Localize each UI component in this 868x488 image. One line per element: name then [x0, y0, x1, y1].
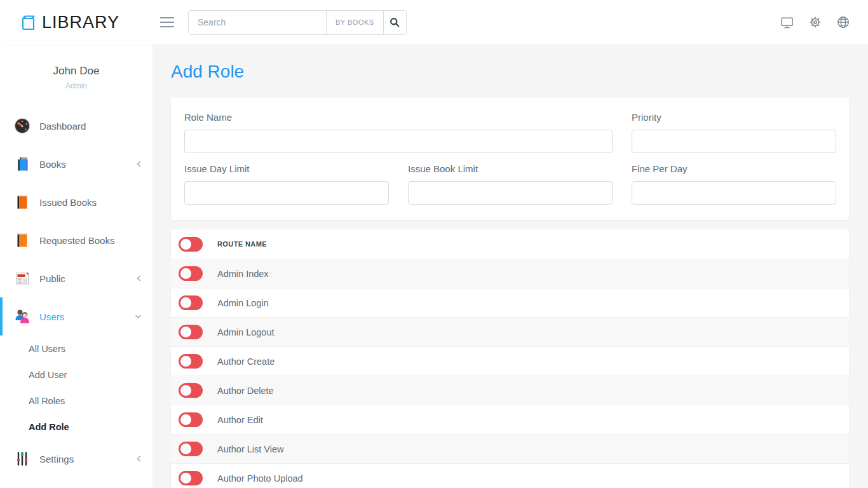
sidebar-item-requested-books[interactable]: Requested Books	[0, 221, 153, 259]
toggle-knob	[180, 239, 191, 250]
sidebar-item-label: Requested Books	[39, 235, 114, 246]
toggle-knob	[180, 356, 191, 367]
search-input[interactable]	[189, 11, 326, 34]
search-bar: BY BOOKS	[188, 10, 407, 35]
gear-icon[interactable]	[808, 15, 822, 29]
orange-book-icon	[13, 193, 32, 212]
toggle-knob	[180, 268, 191, 279]
route-label: Author List View	[217, 444, 284, 454]
route-header-row: ROUTE NAME	[171, 229, 849, 259]
route-row-admin-logout: Admin Logout	[171, 317, 849, 346]
search-filter-button[interactable]: BY BOOKS	[326, 11, 383, 34]
orange-book-icon	[13, 231, 32, 250]
sidebar-item-dashboard[interactable]: Dashboard	[0, 107, 153, 145]
toggle-knob	[180, 414, 191, 425]
menu-toggle-icon[interactable]	[160, 17, 174, 27]
role-name-input[interactable]	[184, 130, 613, 153]
user-role: Admin	[0, 81, 153, 90]
route-label: Admin Logout	[217, 327, 274, 337]
issue-book-limit-field: Issue Book Limit	[408, 163, 613, 205]
route-toggle[interactable]	[179, 442, 203, 456]
main-content: Add Role Role Name Priority Issue Day Li…	[153, 44, 868, 488]
route-toggle[interactable]	[179, 354, 203, 369]
toggle-knob	[180, 385, 191, 396]
blue-book-icon	[13, 154, 32, 173]
route-toggle[interactable]	[179, 295, 203, 310]
toggle-knob	[180, 473, 191, 484]
top-header: LIBRARY BY BOOKS	[0, 0, 868, 44]
issue-book-limit-label: Issue Book Limit	[408, 163, 613, 174]
gauge-icon	[13, 116, 32, 135]
route-toggle[interactable]	[179, 471, 203, 485]
brand-text: LIBRARY	[42, 13, 119, 32]
sidebar-item-label: Users	[39, 311, 64, 322]
sidebar-item-label: Public	[39, 273, 65, 284]
sidebar-item-users[interactable]: Users	[0, 297, 153, 336]
sidebar-item-label: Dashboard	[39, 121, 86, 132]
role-form-card: Role Name Priority Issue Day Limit Issue…	[171, 98, 849, 220]
sidebar-item-label: Issued Books	[39, 197, 97, 208]
route-row-author-list-view: Author List View	[171, 434, 849, 463]
sliders-icon	[13, 449, 32, 468]
priority-label: Priority	[632, 112, 836, 123]
sidebar-item-books[interactable]: Books	[0, 145, 153, 183]
fine-per-day-label: Fine Per Day	[632, 163, 836, 174]
route-row-admin-login: Admin Login	[171, 288, 849, 317]
submenu-item-all-users[interactable]: All Users	[0, 336, 153, 362]
sidebar-item-label: Books	[39, 159, 66, 170]
priority-input[interactable]	[632, 130, 836, 153]
route-row-admin-index: Admin Index	[171, 259, 849, 288]
user-profile: John Doe Admin	[0, 44, 153, 90]
header-actions	[780, 15, 868, 30]
role-name-field: Role Name	[184, 112, 613, 153]
route-toggle[interactable]	[179, 383, 203, 398]
toggle-all-switch[interactable]	[179, 237, 203, 252]
route-toggle[interactable]	[179, 266, 203, 281]
chevron-left-icon	[136, 275, 142, 282]
route-label: Admin Index	[217, 269, 269, 279]
search-button[interactable]	[383, 11, 406, 34]
route-toggle[interactable]	[179, 412, 203, 427]
search-icon	[388, 16, 401, 29]
sidebar-nav: Dashboard Books	[0, 107, 153, 478]
users-submenu: All Users Add User All Roles Add Role	[0, 336, 153, 440]
user-name: John Doe	[0, 65, 153, 78]
fine-per-day-input[interactable]	[632, 181, 836, 205]
route-label: Author Photo Upload	[217, 473, 303, 484]
submenu-item-add-user[interactable]: Add User	[0, 362, 153, 388]
toggle-knob	[180, 444, 191, 454]
sidebar-item-public[interactable]: Public	[0, 259, 153, 297]
brand-logo[interactable]: LIBRARY	[0, 13, 153, 32]
route-label: Author Create	[217, 356, 275, 367]
submenu-item-all-roles[interactable]: All Roles	[0, 388, 153, 414]
chevron-left-icon	[136, 456, 142, 463]
issue-day-limit-label: Issue Day Limit	[184, 163, 389, 174]
route-row-author-create: Author Create	[171, 346, 849, 376]
sidebar-item-issued-books[interactable]: Issued Books	[0, 183, 153, 221]
display-icon[interactable]	[780, 15, 794, 30]
route-row-author-photo-upload: Author Photo Upload	[171, 463, 849, 488]
route-row-author-edit: Author Edit	[171, 405, 849, 434]
chevron-down-icon	[135, 314, 142, 320]
sidebar-item-settings[interactable]: Settings	[0, 440, 153, 478]
globe-icon[interactable]	[836, 15, 850, 29]
newspaper-icon	[13, 269, 32, 288]
route-label: Author Delete	[217, 386, 274, 396]
fine-per-day-field: Fine Per Day	[632, 163, 836, 205]
issue-book-limit-input[interactable]	[408, 181, 613, 205]
route-label: Author Edit	[217, 415, 263, 425]
route-row-author-delete: Author Delete	[171, 376, 849, 405]
route-toggle[interactable]	[179, 325, 203, 339]
sidebar-item-label: Settings	[39, 454, 74, 464]
book-logo-icon	[19, 13, 38, 32]
page-title: Add Role	[171, 62, 849, 82]
issue-day-limit-field: Issue Day Limit	[184, 163, 389, 205]
sidebar: John Doe Admin Dashboard	[0, 44, 153, 488]
chevron-left-icon	[136, 161, 142, 168]
toggle-knob	[180, 297, 191, 308]
route-label: Admin Login	[217, 298, 269, 308]
toggle-knob	[180, 327, 191, 337]
issue-day-limit-input[interactable]	[184, 181, 389, 205]
route-name-header: ROUTE NAME	[217, 240, 267, 248]
submenu-item-add-role[interactable]: Add Role	[0, 414, 153, 440]
